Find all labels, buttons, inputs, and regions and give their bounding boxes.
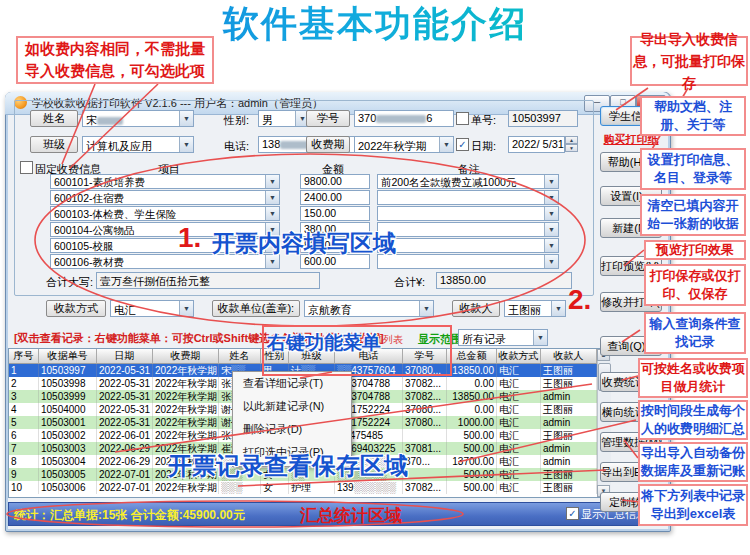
record-cell: 电汇 — [497, 390, 541, 403]
record-cell: 女 — [261, 481, 289, 494]
remark-select[interactable]: ▼ — [377, 190, 559, 205]
record-cell: 500.00 — [447, 442, 497, 455]
summary-text: 统计：汇总单据:15张 合计金额:45900.00元 — [14, 507, 245, 524]
annotation-callout: 按时间段生成每个人的收费明细汇总 — [638, 400, 748, 440]
total-field: 13850.00 — [436, 272, 572, 289]
record-row[interactable]: 10105030062022-07-012022年秋学期░░░女护理139░░░… — [9, 481, 597, 494]
record-cell: 2022-06-29 — [97, 455, 153, 468]
payment-method-select[interactable]: 电汇▼ — [110, 300, 194, 317]
record-cell: 6 — [9, 429, 39, 442]
amount-input[interactable]: 150.00 — [300, 206, 370, 221]
total-cn-field: 壹万叁仟捌佰伍拾元整 — [96, 272, 320, 289]
record-cell: 500.00 — [447, 468, 497, 481]
remark-select[interactable]: ▼ — [377, 238, 559, 253]
amount-input[interactable]: 9800.00 — [300, 174, 370, 189]
sex-label: 性别: — [224, 113, 249, 128]
payee-select[interactable]: 王图丽▼ — [504, 300, 566, 317]
record-cell: 电汇 — [497, 364, 541, 377]
record-cell: 电汇 — [497, 455, 541, 468]
record-cell: 37081... — [403, 442, 447, 455]
student-id-label-button[interactable]: 学号 — [306, 110, 350, 127]
record-cell — [403, 429, 447, 442]
sex-select[interactable]: 男▼ — [258, 110, 310, 127]
context-menu-item[interactable]: 以此新建记录(N) — [233, 395, 351, 418]
payment-method-label-button[interactable]: 收款方式 — [46, 300, 106, 317]
payee-label-button[interactable]: 收款人 — [452, 300, 500, 317]
chevron-down-icon: ▼ — [265, 175, 279, 188]
remark-select[interactable]: ▼ — [377, 206, 559, 221]
remark-select[interactable]: ▼ — [377, 254, 559, 269]
record-cell: 1 — [9, 364, 39, 377]
project-select[interactable]: 600102-住宿费▼ — [50, 190, 280, 205]
date-spinner[interactable]: ▲▼ — [565, 136, 578, 153]
chevron-down-icon: ▼ — [439, 137, 453, 152]
zone2-number: 2. — [568, 284, 591, 316]
record-cell: 8 — [9, 455, 39, 468]
chevron-down-icon: ▼ — [179, 111, 193, 126]
fixed-fee-checkbox[interactable] — [20, 161, 33, 174]
column-header-4[interactable]: 姓名 — [219, 349, 261, 364]
record-cell: 王图丽 — [541, 481, 597, 494]
order-number-field: 10503997 — [508, 110, 578, 127]
record-cell: 电汇 — [497, 377, 541, 390]
project-select[interactable]: 600101-素质培养费▼ — [50, 174, 280, 189]
payee-unit-select[interactable]: 京航教育▼ — [304, 300, 434, 317]
name-value: 宋 — [86, 114, 97, 126]
chevron-down-icon: ▼ — [544, 191, 558, 204]
record-cell: 7 — [9, 442, 39, 455]
remark-select[interactable]: ▼ — [377, 222, 559, 237]
column-header-2[interactable]: 日期 — [97, 349, 153, 364]
order-number-label: 单号: — [471, 113, 496, 128]
column-header-10[interactable]: 收款方式 — [497, 349, 541, 364]
name-select[interactable]: 宋 ▼ — [82, 110, 194, 127]
class-label-button[interactable]: 班级 — [30, 136, 78, 153]
record-cell: 10503002 — [39, 429, 97, 442]
amount-input[interactable]: 2400.00 — [300, 190, 370, 205]
name-label-button[interactable]: 姓名 — [30, 110, 78, 127]
column-header-11[interactable]: 收款人 — [541, 349, 597, 364]
record-cell: 王图丽 — [541, 468, 597, 481]
record-cell: 2022-07-01 — [97, 481, 153, 494]
record-cell: 2022年秋学期 — [153, 416, 219, 429]
chevron-down-icon: ▼ — [179, 301, 193, 316]
project-select[interactable]: 600103-体检费、学生保险▼ — [50, 206, 280, 221]
column-header-3[interactable]: 收费期 — [153, 349, 219, 364]
record-cell: 5 — [9, 416, 39, 429]
chevron-down-icon: ▼ — [544, 207, 558, 220]
chevron-down-icon: ▼ — [419, 301, 433, 316]
record-cell: 10503006 — [39, 481, 97, 494]
record-cell: 139░░░░░░ — [335, 481, 403, 494]
record-cell: 2022-05-31 — [97, 390, 153, 403]
column-header-0[interactable]: 序号 — [9, 349, 39, 364]
record-cell: 电汇 — [497, 481, 541, 494]
column-header-1[interactable]: 收据单号 — [39, 349, 97, 364]
student-id-input[interactable]: 3706 — [354, 110, 454, 127]
record-cell: 电汇 — [497, 416, 541, 429]
record-cell: 2022-05-31 — [97, 377, 153, 390]
order-number-checkbox[interactable] — [456, 112, 469, 125]
phone-label: 电话: — [224, 139, 249, 154]
record-cell: 2022-05-31 — [97, 403, 153, 416]
record-cell: 10503001 — [39, 416, 97, 429]
record-cell: 3 — [9, 390, 39, 403]
annotation-callout: 打印保存或仅打印、仅保存 — [644, 264, 746, 306]
term-label-button[interactable]: 收费期 — [306, 136, 350, 153]
date-checkbox[interactable]: ✓ — [456, 138, 469, 151]
record-cell: 10503005 — [39, 468, 97, 481]
annotation-callout: 将下方列表中记录导出到excel表 — [638, 484, 748, 526]
class-select[interactable]: 计算机及应用▼ — [82, 136, 194, 153]
redacted-text — [97, 117, 123, 125]
column-header-9[interactable]: 总金额 — [447, 349, 497, 364]
payee-unit-label-button[interactable]: 收款单位(盖章): — [212, 300, 300, 317]
chevron-down-icon: ▼ — [179, 137, 193, 152]
annotation-callout: 帮助文档、注册、关于等 — [640, 96, 746, 136]
date-input[interactable]: 2022/ 5/31 — [508, 136, 565, 153]
record-cell: 500.00 — [447, 481, 497, 494]
record-cell: 13850.00 — [447, 364, 497, 377]
show-summary-checkbox[interactable]: ✓ — [566, 507, 579, 520]
scope-select[interactable]: 所有记录▼ — [458, 329, 548, 346]
remark-select[interactable]: 前200名全款缴费立减1000元▼ — [377, 174, 559, 189]
context-menu-item[interactable]: 删除记录(D) — [233, 418, 351, 441]
zone1-number: 1. — [178, 222, 201, 254]
term-select[interactable]: 2022年秋学期▼ — [354, 136, 454, 153]
